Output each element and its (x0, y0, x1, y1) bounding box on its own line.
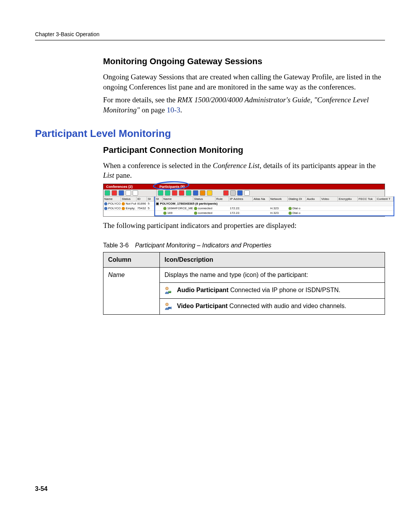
participant-icon (163, 207, 166, 210)
text: When a conference is selected in the (103, 161, 213, 170)
running-head: Chapter 3-Basic Operation (35, 31, 385, 37)
text: . (180, 106, 182, 114)
conf-status: Empty; (126, 207, 135, 210)
participant-icon (163, 212, 166, 215)
page-link[interactable]: 10-3 (167, 106, 180, 114)
header-rule (35, 40, 385, 41)
status-icon (122, 202, 125, 205)
td-name: Name (103, 268, 160, 315)
th-column: Column (103, 252, 160, 268)
text: pane. (114, 171, 132, 179)
text: on page (140, 106, 167, 114)
part-ip: 172.22. (229, 211, 253, 215)
toolbar-icon (112, 190, 117, 196)
svg-rect-3 (168, 307, 170, 309)
conf-id: 81890 (136, 201, 147, 206)
pcol-video: Video (320, 197, 338, 201)
text: , details of its participants appear in … (259, 161, 376, 170)
gateway-para-1: Ongoing Gateway Sessions that are create… (103, 72, 385, 92)
part-dialing: Dial o (292, 207, 300, 210)
conference-icon (104, 202, 107, 205)
td-name-desc: Displays the name and type (icon) of the… (160, 268, 385, 283)
properties-table: Column Icon/Description Name Displays th… (103, 252, 385, 315)
part-name: 169##FORCE_ME (167, 207, 193, 210)
conference-icon (104, 207, 107, 210)
toolbar-icon (230, 190, 236, 196)
conf-status: Not Full; F (126, 202, 136, 205)
text: For more details, see the (103, 96, 177, 104)
tab-participants: Participants (8) (157, 184, 385, 189)
td-audio: Audio Participant Connected via IP phone… (160, 283, 385, 299)
video-desc: Connected with audio and video channels. (228, 303, 346, 309)
status-icon (194, 207, 197, 210)
th-icon-desc: Icon/Description (160, 252, 385, 268)
pcol-fecc: FECC Tok (358, 197, 376, 201)
heading-gateway-sessions: Monitoring Ongoing Gateway Sessions (103, 56, 385, 67)
heading-participant-level: Participant Level Monitoring (35, 128, 385, 140)
col-name: Name (103, 197, 121, 201)
toolbar-icon (223, 190, 229, 196)
table-title: Participant Monitoring – Indicators and … (130, 242, 271, 249)
part-ip: 172.22. (229, 206, 253, 210)
part-status: connected (198, 211, 212, 215)
toolbar-icon (207, 190, 212, 196)
group-row: ▣ POLYCOM_1780343365 (8 participants) (155, 201, 394, 206)
conf-st: 5 (147, 206, 154, 210)
audio-desc: Connected via IP phone or ISDN/PSTN. (228, 287, 340, 293)
heading-connection-monitoring: Participant Connection Monitoring (103, 145, 385, 155)
audio-participant-icon (164, 287, 172, 294)
video-label: Video Participant (177, 303, 228, 309)
col-id: ID (136, 197, 147, 201)
conf-name: POLYCOM (108, 207, 121, 210)
table-caption: Table 3-6 Participant Monitoring – Indic… (103, 242, 385, 249)
dial-icon (289, 207, 292, 210)
doc-title: RMX 1500/2000/4000 Administrator's Guide (177, 96, 310, 104)
toolbar-icon (133, 190, 138, 196)
pcol-ip: IP Addres (229, 197, 253, 201)
svg-point-2 (166, 303, 168, 306)
pcol-st: St (155, 197, 163, 201)
pcol-status: Status (193, 197, 215, 201)
col-st: St (147, 197, 154, 201)
toolbar-icon (126, 190, 131, 196)
list-em: List (103, 171, 114, 179)
part-status: connected (198, 207, 212, 210)
video-participant-icon (164, 303, 172, 310)
conf-list-em: Conference List (213, 161, 259, 170)
pcol-role: Role (215, 197, 229, 201)
toolbar-icon (186, 190, 191, 196)
pcol-alias: Alias Na (253, 197, 270, 201)
part-name: 169 (167, 211, 172, 215)
part-network: H.323 (270, 211, 288, 215)
pcol-audio: Audio (306, 197, 320, 201)
td-video: Video Participant Connected with audio a… (160, 299, 385, 315)
svg-point-0 (166, 287, 168, 290)
pcol-network: Network (270, 197, 288, 201)
table-number: Table 3-6 (103, 242, 129, 249)
status-icon (194, 212, 197, 215)
toolbar-icon (200, 190, 205, 196)
pcol-encrypt: Encryptio (338, 197, 358, 201)
toolbar-icon (193, 190, 198, 196)
status-icon (122, 207, 125, 210)
text: , (310, 96, 314, 104)
toolbar-icon (165, 190, 170, 196)
toolbar-icon (244, 190, 250, 196)
audio-label: Audio Participant (177, 287, 228, 293)
dial-icon (289, 212, 292, 215)
conf-name: POLYCOM (108, 202, 121, 205)
pcol-content: Content T (376, 197, 394, 201)
toolbar-icon (172, 190, 177, 196)
toolbar-icon (179, 190, 184, 196)
indicators-intro: The following participant indicators and… (103, 221, 385, 231)
toolbar-icon (237, 190, 243, 196)
col-status: Status (121, 197, 136, 201)
pcol-name: Name (163, 197, 193, 201)
conf-st: 5 (147, 201, 154, 206)
connection-para: When a conference is selected in the Con… (103, 161, 385, 180)
toolbar-icon (158, 190, 163, 196)
gateway-para-2: For more details, see the RMX 1500/2000/… (103, 95, 385, 115)
pcol-dialing: Dialing Di (288, 197, 306, 201)
part-network: H.323 (270, 206, 288, 210)
page-number: 3-54 (35, 485, 47, 492)
